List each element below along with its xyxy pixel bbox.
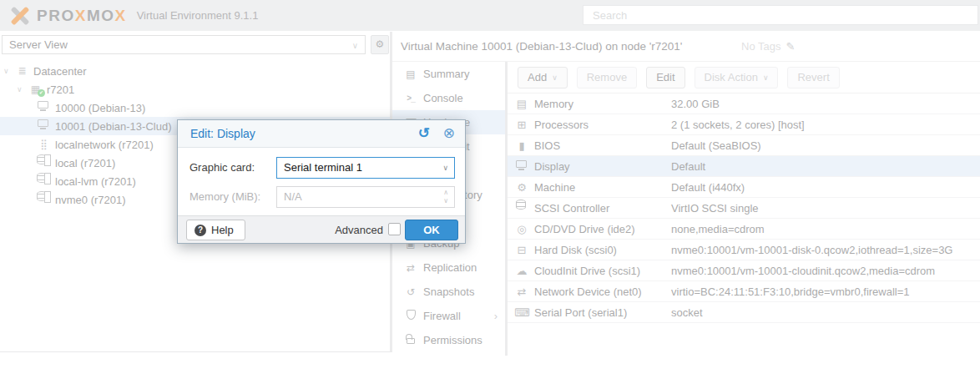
memory-spinner-field[interactable]: N/A ∧∨ — [276, 186, 455, 208]
memory-label: Memory (MiB): — [189, 190, 260, 203]
graphic-card-combobox[interactable]: Serial terminal 1 ∨ — [276, 157, 455, 179]
help-button[interactable]: ? Help — [186, 220, 245, 240]
undo-icon[interactable]: ↺ — [418, 120, 430, 146]
memory-row: Memory (MiB): N/A ∧∨ — [178, 186, 465, 208]
spin-down-icon[interactable]: ∨ — [443, 197, 448, 205]
modal-mask — [0, 0, 980, 384]
help-icon: ? — [194, 225, 206, 236]
ok-button[interactable]: OK — [405, 220, 458, 240]
graphic-card-label: Graphic card: — [189, 161, 255, 174]
dialog-footer: ? Help Advanced OK — [178, 215, 465, 243]
memory-value: N/A — [284, 190, 302, 203]
graphic-card-value: Serial terminal 1 — [284, 161, 362, 174]
dialog-title: Edit: Display — [190, 120, 255, 147]
edit-display-dialog: Edit: Display ↺ ⊗ Graphic card: Serial t… — [177, 119, 466, 244]
dialog-body: Graphic card: Serial terminal 1 ∨ Memory… — [178, 148, 465, 215]
help-label: Help — [211, 224, 234, 236]
graphic-card-row: Graphic card: Serial terminal 1 ∨ — [178, 157, 465, 179]
close-icon[interactable]: ⊗ — [443, 120, 455, 146]
advanced-checkbox[interactable] — [388, 223, 401, 235]
proxmox-app: PROXMOX Virtual Environment 9.1.1 Server… — [0, 0, 980, 384]
dialog-header[interactable]: Edit: Display ↺ ⊗ — [178, 120, 465, 148]
chevron-down-icon[interactable]: ∨ — [442, 158, 448, 178]
spin-up-icon[interactable]: ∧ — [443, 189, 448, 197]
spinner-arrows[interactable]: ∧∨ — [443, 189, 448, 205]
advanced-label: Advanced — [335, 224, 383, 236]
